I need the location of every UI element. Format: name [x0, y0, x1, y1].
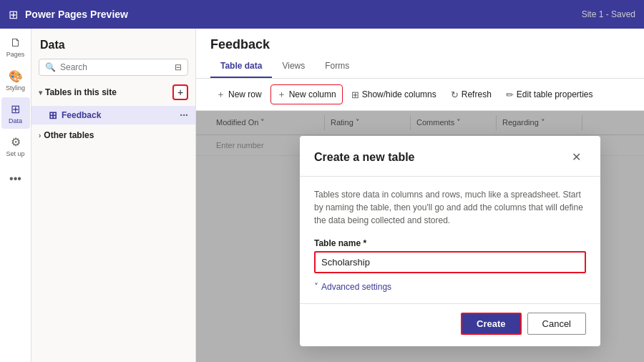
table-item-feedback[interactable]: ⊞ Feedback ··· — [31, 106, 195, 124]
other-tables-section[interactable]: › Other tables — [31, 124, 195, 146]
sidebar-item-pages[interactable]: 🗋 Pages — [1, 31, 30, 63]
pages-label: Pages — [6, 51, 25, 58]
tab-table-data[interactable]: Table data — [210, 55, 272, 78]
app-grid-icon: ⊞ — [9, 8, 18, 21]
left-panel: Data 🔍 ⊟ ▾ Tables in this site + ⊞ Feedb… — [31, 29, 196, 362]
edit-icon: ✏ — [506, 89, 514, 100]
edit-table-properties-button[interactable]: ✏ Edit table properties — [500, 87, 599, 103]
pages-icon: 🗋 — [10, 36, 21, 49]
search-icon: 🔍 — [45, 62, 56, 72]
styling-label: Styling — [6, 84, 25, 92]
other-tables-label: Other tables — [44, 130, 94, 140]
page-title: Feedback — [196, 29, 644, 52]
sidebar-item-data[interactable]: ⊞ Data — [1, 97, 30, 129]
columns-icon: ⊞ — [351, 89, 359, 100]
search-bar[interactable]: 🔍 ⊟ — [39, 59, 188, 76]
more-icon: ••• — [9, 172, 21, 185]
main-content: Feedback Table data Views Forms ＋ New ro… — [196, 29, 644, 362]
new-row-label: New row — [228, 89, 262, 99]
create-table-modal: Create a new table ✕ Tables store data i… — [300, 135, 600, 346]
sidebar-item-setup[interactable]: ⚙ Set up — [1, 130, 30, 162]
data-label: Data — [9, 117, 22, 124]
icon-sidebar: 🗋 Pages 🎨 Styling ⊞ Data ⚙ Set up ••• — [0, 29, 31, 362]
modal-footer: Create Cancel — [300, 303, 600, 346]
create-button[interactable]: Create — [461, 312, 521, 334]
sidebar-item-more[interactable]: ••• — [1, 163, 30, 195]
modal-header: Create a new table ✕ — [300, 135, 600, 176]
refresh-icon: ↻ — [451, 89, 459, 100]
other-chevron-icon: › — [39, 132, 41, 140]
data-section-title: Data — [31, 29, 195, 56]
table-name-input[interactable] — [314, 250, 586, 273]
table-more-icon[interactable]: ··· — [180, 109, 188, 121]
plus-icon: ＋ — [216, 88, 225, 101]
styling-icon: 🎨 — [9, 69, 23, 83]
new-column-button[interactable]: ＋ New column — [270, 84, 343, 104]
advanced-settings-label: Advanced settings — [321, 281, 391, 291]
tab-views[interactable]: Views — [272, 55, 315, 78]
modal-description: Tables store data in columns and rows, m… — [314, 187, 586, 226]
setup-icon: ⚙ — [11, 135, 21, 149]
show-hide-columns-button[interactable]: ⊞ Show/hide columns — [346, 87, 442, 103]
tabs-bar: Table data Views Forms — [196, 55, 644, 79]
new-column-label: New column — [289, 89, 336, 99]
chevron-down-icon-2: ˅ — [314, 281, 318, 291]
tables-this-site-label: Tables in this site — [45, 87, 117, 97]
edit-table-props-label: Edit table properties — [517, 89, 593, 99]
table-name-group: Table name * — [314, 238, 586, 273]
advanced-settings-toggle[interactable]: ˅ Advanced settings — [314, 281, 586, 291]
add-table-button[interactable]: + — [172, 84, 188, 100]
tab-forms[interactable]: Forms — [315, 55, 359, 78]
tables-this-site-section[interactable]: ▾ Tables in this site + — [31, 79, 195, 106]
modal-title: Create a new table — [314, 150, 566, 163]
chevron-down-icon: ▾ — [39, 89, 42, 97]
refresh-button[interactable]: ↻ Refresh — [445, 87, 497, 103]
show-hide-label: Show/hide columns — [362, 89, 436, 99]
new-row-button[interactable]: ＋ New row — [210, 85, 268, 104]
refresh-label: Refresh — [462, 89, 492, 99]
topbar: ⊞ Power Pages Preview Site 1 - Saved — [0, 0, 644, 29]
modal-close-button[interactable]: ✕ — [566, 147, 586, 167]
table-area: Modified On ˅ Rating ˅ Comments ˅ Regard… — [196, 111, 644, 362]
filter-icon[interactable]: ⊟ — [175, 62, 182, 72]
modal-body: Tables store data in columns and rows, m… — [300, 176, 600, 303]
app-status: Site 1 - Saved — [582, 9, 635, 19]
data-icon: ⊞ — [11, 102, 20, 116]
app-title: Power Pages Preview — [25, 9, 128, 20]
sidebar-item-styling[interactable]: 🎨 Styling — [1, 64, 30, 96]
table-name: Feedback — [62, 110, 101, 120]
table-name-label: Table name * — [314, 238, 586, 248]
plus-icon-2: ＋ — [277, 88, 286, 101]
search-input[interactable] — [60, 62, 170, 72]
cancel-button[interactable]: Cancel — [527, 312, 586, 334]
table-grid-icon: ⊞ — [49, 109, 57, 121]
setup-label: Set up — [6, 150, 24, 157]
toolbar: ＋ New row ＋ New column ⊞ Show/hide colum… — [196, 79, 644, 111]
